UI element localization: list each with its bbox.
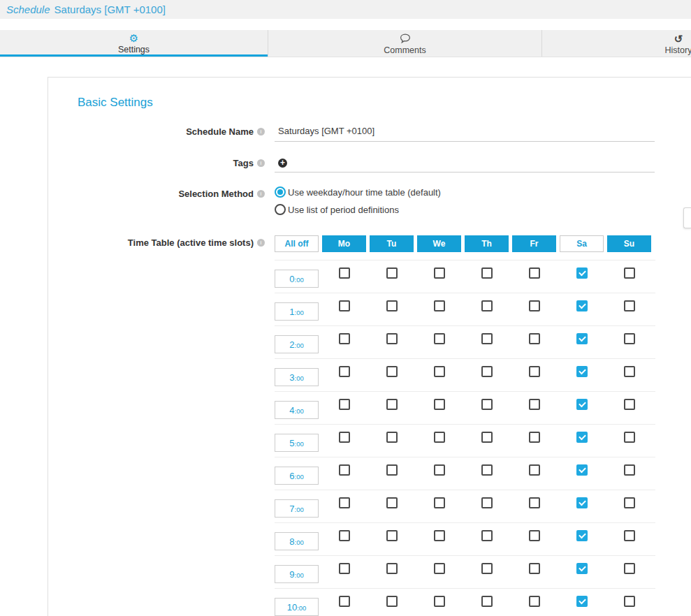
timeslot-checkbox-tu-7[interactable] xyxy=(386,497,398,508)
tab-comments[interactable]: Comments xyxy=(268,30,541,57)
timeslot-checkbox-fr-1[interactable] xyxy=(529,300,540,311)
timeslot-checkbox-fr-5[interactable] xyxy=(529,432,540,443)
hour-toggle-6[interactable]: 6:00 xyxy=(275,467,319,485)
tab-history[interactable]: ↺ History xyxy=(541,30,691,57)
timeslot-checkbox-su-2[interactable] xyxy=(624,333,635,344)
timeslot-checkbox-we-7[interactable] xyxy=(434,497,445,508)
day-toggle-sa[interactable]: Sa xyxy=(560,235,604,252)
timeslot-checkbox-mo-9[interactable] xyxy=(339,563,350,574)
timeslot-checkbox-we-8[interactable] xyxy=(434,530,445,541)
hour-toggle-0[interactable]: 0:00 xyxy=(275,270,319,288)
radio-selected-icon[interactable] xyxy=(275,186,286,198)
timeslot-checkbox-su-9[interactable] xyxy=(624,563,635,574)
radio-option-timetable[interactable]: Use weekday/hour time table (default) xyxy=(275,186,655,198)
timeslot-checkbox-we-4[interactable] xyxy=(434,399,445,410)
timeslot-checkbox-tu-4[interactable] xyxy=(386,399,398,410)
timeslot-checkbox-we-5[interactable] xyxy=(434,432,445,443)
timeslot-checkbox-tu-3[interactable] xyxy=(386,366,398,377)
all-off-button[interactable]: All off xyxy=(275,235,319,252)
timeslot-checkbox-th-9[interactable] xyxy=(481,563,493,574)
hour-toggle-3[interactable]: 3:00 xyxy=(275,368,319,386)
timeslot-checkbox-sa-4[interactable] xyxy=(576,399,588,410)
timeslot-checkbox-fr-4[interactable] xyxy=(529,399,540,410)
tags-input[interactable] xyxy=(275,156,655,173)
timeslot-checkbox-th-10[interactable] xyxy=(481,596,493,607)
info-icon[interactable] xyxy=(257,159,265,167)
timeslot-checkbox-th-4[interactable] xyxy=(481,399,493,410)
timeslot-checkbox-th-5[interactable] xyxy=(481,432,493,443)
timeslot-checkbox-sa-1[interactable] xyxy=(576,300,588,311)
timeslot-checkbox-sa-6[interactable] xyxy=(576,464,588,476)
day-toggle-th[interactable]: Th xyxy=(465,235,509,252)
timeslot-checkbox-we-9[interactable] xyxy=(434,563,445,574)
timeslot-checkbox-tu-5[interactable] xyxy=(386,432,398,443)
timeslot-checkbox-mo-0[interactable] xyxy=(339,267,350,279)
day-toggle-su[interactable]: Su xyxy=(607,235,651,252)
timeslot-checkbox-tu-6[interactable] xyxy=(386,464,398,476)
timeslot-checkbox-we-3[interactable] xyxy=(434,366,445,377)
timeslot-checkbox-we-10[interactable] xyxy=(434,596,445,607)
timeslot-checkbox-mo-4[interactable] xyxy=(339,399,350,410)
timeslot-checkbox-we-0[interactable] xyxy=(434,267,445,279)
timeslot-checkbox-su-4[interactable] xyxy=(624,399,635,410)
timeslot-checkbox-fr-7[interactable] xyxy=(529,497,540,508)
radio-option-periods[interactable]: Use list of period definitions xyxy=(275,204,655,215)
timeslot-checkbox-su-0[interactable] xyxy=(624,267,635,279)
add-tag-icon[interactable] xyxy=(278,159,287,168)
timeslot-checkbox-we-1[interactable] xyxy=(434,300,445,311)
timeslot-checkbox-th-0[interactable] xyxy=(481,267,493,279)
info-icon[interactable] xyxy=(257,190,265,198)
hour-toggle-2[interactable]: 2:00 xyxy=(275,335,319,353)
hour-toggle-5[interactable]: 5:00 xyxy=(275,434,319,452)
side-panel-handle[interactable] xyxy=(683,207,691,228)
timeslot-checkbox-mo-3[interactable] xyxy=(339,366,350,377)
hour-toggle-9[interactable]: 9:00 xyxy=(275,565,319,583)
timeslot-checkbox-th-1[interactable] xyxy=(481,300,493,311)
timeslot-checkbox-tu-0[interactable] xyxy=(386,267,398,279)
radio-unselected-icon[interactable] xyxy=(275,204,286,215)
timeslot-checkbox-th-2[interactable] xyxy=(481,333,493,344)
timeslot-checkbox-su-6[interactable] xyxy=(624,464,635,476)
timeslot-checkbox-tu-10[interactable] xyxy=(386,596,398,607)
day-toggle-mo[interactable]: Mo xyxy=(322,235,366,252)
timeslot-checkbox-su-7[interactable] xyxy=(624,497,635,508)
timeslot-checkbox-su-5[interactable] xyxy=(624,432,635,443)
timeslot-checkbox-fr-0[interactable] xyxy=(529,267,540,279)
hour-toggle-7[interactable]: 7:00 xyxy=(275,499,319,518)
timeslot-checkbox-tu-1[interactable] xyxy=(386,300,398,311)
timeslot-checkbox-sa-8[interactable] xyxy=(576,530,588,541)
schedule-name-input[interactable]: Saturdays [GMT +0100] xyxy=(275,124,655,142)
timeslot-checkbox-fr-6[interactable] xyxy=(529,464,540,476)
hour-toggle-1[interactable]: 1:00 xyxy=(275,302,319,321)
timeslot-checkbox-mo-1[interactable] xyxy=(339,300,350,311)
day-toggle-we[interactable]: We xyxy=(417,235,461,252)
timeslot-checkbox-mo-8[interactable] xyxy=(339,530,350,541)
day-toggle-tu[interactable]: Tu xyxy=(370,235,414,252)
timeslot-checkbox-fr-10[interactable] xyxy=(529,596,540,607)
timeslot-checkbox-we-2[interactable] xyxy=(434,333,445,344)
tab-settings[interactable]: ⚙ Settings xyxy=(0,30,268,57)
timeslot-checkbox-sa-7[interactable] xyxy=(576,497,588,508)
timeslot-checkbox-su-3[interactable] xyxy=(624,366,635,377)
timeslot-checkbox-mo-10[interactable] xyxy=(339,596,350,607)
timeslot-checkbox-mo-7[interactable] xyxy=(339,497,350,508)
timeslot-checkbox-fr-3[interactable] xyxy=(529,366,540,377)
timeslot-checkbox-fr-2[interactable] xyxy=(529,333,540,344)
day-toggle-fr[interactable]: Fr xyxy=(512,235,556,252)
timeslot-checkbox-th-8[interactable] xyxy=(481,530,493,541)
hour-toggle-4[interactable]: 4:00 xyxy=(275,401,319,419)
timeslot-checkbox-su-8[interactable] xyxy=(624,530,635,541)
timeslot-checkbox-we-6[interactable] xyxy=(434,464,445,476)
timeslot-checkbox-su-10[interactable] xyxy=(624,596,635,607)
timeslot-checkbox-su-1[interactable] xyxy=(624,300,635,311)
timeslot-checkbox-fr-9[interactable] xyxy=(529,563,540,574)
timeslot-checkbox-fr-8[interactable] xyxy=(529,530,540,541)
timeslot-checkbox-th-7[interactable] xyxy=(481,497,493,508)
timeslot-checkbox-tu-2[interactable] xyxy=(386,333,398,344)
timeslot-checkbox-mo-6[interactable] xyxy=(339,464,350,476)
info-icon[interactable] xyxy=(257,128,265,135)
timeslot-checkbox-th-6[interactable] xyxy=(481,464,493,476)
timeslot-checkbox-mo-2[interactable] xyxy=(339,333,350,344)
timeslot-checkbox-sa-0[interactable] xyxy=(576,267,588,279)
timeslot-checkbox-sa-10[interactable] xyxy=(576,596,588,607)
